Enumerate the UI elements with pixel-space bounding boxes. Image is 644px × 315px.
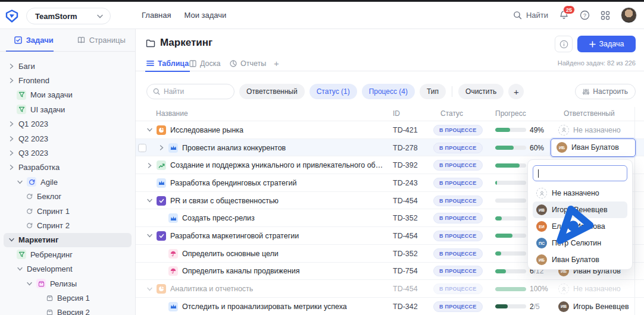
chevron-down-icon[interactable] xyxy=(146,286,152,292)
column-header-name[interactable]: Название xyxy=(156,109,188,118)
assignee-cell[interactable]: Не назначено xyxy=(558,121,642,139)
global-search-button[interactable]: Найти xyxy=(513,11,548,20)
tab-table[interactable]: Таблица xyxy=(146,55,189,71)
notifications-button[interactable]: 25 xyxy=(559,10,569,20)
task-name: Исследование рынка xyxy=(170,126,243,134)
table-row[interactable]: Исследование рынка TD-421 В ПРОЦЕССЕ 49%… xyxy=(136,121,644,139)
task-id: TD-278 xyxy=(393,139,434,157)
sidebar-tab-tasks[interactable]: Задачи xyxy=(0,29,68,51)
sidebar-item-development-ru[interactable]: Разработка xyxy=(4,160,132,175)
dropdown-item-user[interactable]: ИВИгорь Веневцев xyxy=(533,201,627,218)
user-avatar[interactable] xyxy=(621,7,637,23)
user-avatar: ПС xyxy=(536,238,547,248)
sidebar-item-version-2[interactable]: Версия 2 xyxy=(4,305,132,315)
filter-pill-status[interactable]: Статус (1) xyxy=(310,84,357,99)
assignee-cell-active[interactable]: ИБИван Булатов xyxy=(551,138,636,157)
sidebar-item-q1-2023[interactable]: Q1 2023 xyxy=(4,117,132,131)
chevron-down-icon[interactable] xyxy=(146,233,152,239)
add-task-button[interactable]: Задача xyxy=(577,36,636,52)
info-button[interactable] xyxy=(555,36,573,52)
dropdown-item-user[interactable]: ИБИван Булатов xyxy=(533,251,627,268)
check-square-purple-icon xyxy=(157,231,166,241)
assignee-cell[interactable]: Не назначено xyxy=(558,280,642,298)
sidebar-item-my-tasks-filter[interactable]: Мои задачи xyxy=(4,88,132,102)
sidebar-item-agile[interactable]: Agile xyxy=(4,175,132,189)
filter-pill-assignee[interactable]: Ответственный xyxy=(239,84,305,99)
table-header: Название ID Статус Прогресс Ответственны… xyxy=(136,107,644,121)
dropdown-item-unassigned[interactable]: Не назначено xyxy=(533,185,627,201)
assignee-avatar: ИБ xyxy=(557,142,567,153)
table-row[interactable]: Аналитика и отчетность TD-454 В ПРОЦЕССЕ… xyxy=(136,280,644,298)
help-button[interactable]: ? xyxy=(580,10,590,20)
column-header-assignee[interactable]: Ответственный xyxy=(564,109,615,118)
filter-pill-process[interactable]: Процесс (4) xyxy=(362,84,415,99)
apps-grid-button[interactable] xyxy=(601,11,610,20)
add-view-tab-button[interactable]: + xyxy=(274,55,279,71)
column-header-progress[interactable]: Прогресс xyxy=(495,109,526,118)
sidebar-item-releases[interactable]: Релизы xyxy=(4,276,132,291)
row-checkbox[interactable] xyxy=(138,144,146,152)
book-icon xyxy=(77,36,85,44)
configure-columns-button[interactable]: Настроить xyxy=(575,84,636,99)
chevron-right-icon[interactable] xyxy=(158,145,164,151)
nav-my-tasks[interactable]: Мои задачи xyxy=(184,11,226,20)
dropdown-item-user[interactable]: ЕИЕлена Иванова xyxy=(533,218,627,235)
sidebar-item-q2-2023[interactable]: Q2 2023 xyxy=(4,131,132,146)
progress-bar xyxy=(495,304,526,308)
filter-search[interactable] xyxy=(146,84,235,99)
tab-reports[interactable]: Отчеты xyxy=(230,55,266,71)
progress-value: 49% xyxy=(530,126,544,134)
table-row[interactable]: Отследить и проанализировать метрики усп… xyxy=(136,298,644,315)
dropdown-item-user[interactable]: ПСПетр Селютин xyxy=(533,235,627,251)
progress-value: 60% xyxy=(530,144,544,152)
column-header-status[interactable]: Статус xyxy=(440,109,463,118)
sidebar-item-development-en[interactable]: Development xyxy=(4,262,132,276)
workspace-switcher[interactable]: TeamStorm xyxy=(26,8,111,24)
tab-board[interactable]: Доска xyxy=(189,55,221,71)
user-avatar: ИВ xyxy=(536,204,547,215)
filter-pill-type[interactable]: Тип xyxy=(420,84,446,99)
add-filter-button[interactable]: + xyxy=(508,84,524,99)
sidebar-item-version-1[interactable]: Версия 1 xyxy=(4,291,132,305)
sidebar-item-frontend[interactable]: Frontend xyxy=(4,73,132,87)
sidebar-item-q3-2023[interactable]: Q3 2023 xyxy=(4,146,132,160)
sidebar-item-bugs[interactable]: Баги xyxy=(4,59,132,73)
clear-filters-button[interactable]: Очистить xyxy=(458,84,504,99)
chevron-down-icon[interactable] xyxy=(8,237,14,243)
sidebar-item-sprint-2[interactable]: Спринт 2 xyxy=(4,218,132,232)
page-header: Маркетинг Задача xyxy=(136,29,644,55)
filter-search-input[interactable] xyxy=(164,87,223,96)
topbar-actions: Найти 25 ? xyxy=(513,2,637,29)
chevron-right-icon[interactable] xyxy=(8,136,14,141)
funnel-icon xyxy=(17,90,26,100)
assignee-search-input[interactable] xyxy=(533,165,627,181)
chevron-down-icon[interactable] xyxy=(146,127,152,133)
nav-home[interactable]: Главная xyxy=(142,11,171,20)
chevron-down-icon[interactable] xyxy=(26,281,32,286)
chevron-right-icon[interactable] xyxy=(8,165,14,171)
sidebar-item-ui-tasks-filter[interactable]: UI задачи xyxy=(4,102,132,116)
chevron-down-icon[interactable] xyxy=(17,179,23,185)
sidebar-tabs: Задачи Страницы xyxy=(0,29,135,52)
chevron-right-icon[interactable] xyxy=(8,150,14,156)
chevron-right-icon[interactable] xyxy=(8,78,14,84)
sidebar-item-backlog[interactable]: Беклог xyxy=(4,190,132,204)
sidebar-item-rebranding[interactable]: Ребрендинг xyxy=(4,247,132,262)
sidebar-tab-pages[interactable]: Страницы xyxy=(68,29,136,51)
assignee-cell[interactable]: ИВИгорь Веневцев xyxy=(558,298,642,315)
chevron-right-icon[interactable] xyxy=(8,63,14,69)
sidebar-item-sprint-1[interactable]: Спринт 1 xyxy=(4,204,132,218)
task-name: Определить основные цели xyxy=(182,250,279,258)
column-header-id[interactable]: ID xyxy=(393,109,400,118)
sidebar-item-marketing[interactable]: Маркетинг xyxy=(4,233,132,247)
task-name: PR и связи с общественностью xyxy=(170,197,279,205)
task-id: TD-352 xyxy=(393,209,434,227)
chevron-right-icon[interactable] xyxy=(8,121,14,127)
task-id: TD-243 xyxy=(393,174,434,192)
table-row-selected[interactable]: Провести анализ конкурентов TD-278 В ПРО… xyxy=(136,139,644,157)
chevron-down-icon[interactable] xyxy=(146,198,152,204)
sidebar-tab-pages-label: Страницы xyxy=(89,36,126,45)
chevron-right-icon[interactable] xyxy=(146,162,152,168)
filter-bar: Ответственный Статус (1) Процесс (4) Тип… xyxy=(136,81,644,102)
chevron-down-icon[interactable] xyxy=(17,266,23,272)
